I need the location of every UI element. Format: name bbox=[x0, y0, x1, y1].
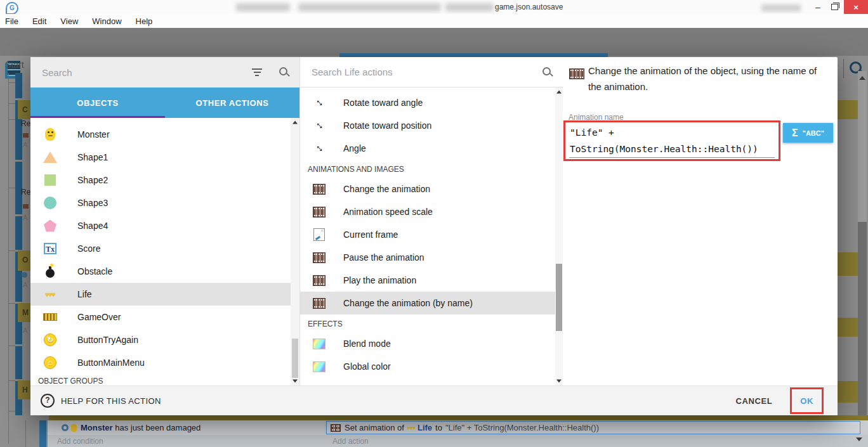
action-list-item[interactable]: Play the animation bbox=[300, 269, 563, 292]
search-icon bbox=[279, 67, 289, 77]
hearts-icon: ♥♥♥ bbox=[46, 291, 55, 298]
action-search-input[interactable] bbox=[310, 66, 542, 78]
scroll-down-icon[interactable] bbox=[556, 380, 562, 383]
add-line-fragment: A bbox=[23, 327, 27, 334]
menu-window[interactable]: Window bbox=[85, 14, 128, 28]
add-action-row[interactable]: Add action bbox=[325, 435, 868, 447]
object-list: Monster Shape1 Shape2 Shape3 Shape4 TxSc… bbox=[30, 118, 299, 385]
event-icon-fragment bbox=[23, 133, 29, 138]
event-tree-tick bbox=[8, 346, 15, 346]
home-button-icon: ⌂ bbox=[44, 356, 56, 369]
scrollbar-thumb[interactable] bbox=[556, 264, 562, 331]
object-groups-header: OBJECT GROUPS bbox=[30, 374, 299, 385]
action-list-item-selected[interactable]: Change the animation (by name) bbox=[300, 292, 563, 314]
gradient-icon bbox=[313, 361, 326, 372]
search-icon bbox=[542, 67, 553, 77]
action-list-item[interactable]: Animation speed scale bbox=[300, 200, 563, 223]
tab-objects[interactable]: OBJECTS bbox=[30, 87, 165, 118]
film-icon bbox=[569, 68, 584, 79]
expression-editor-button[interactable]: Σ "ABC" bbox=[783, 123, 833, 143]
action-list-item[interactable]: Global color bbox=[300, 355, 563, 378]
frame-icon bbox=[313, 228, 325, 241]
close-button[interactable]: × bbox=[844, 0, 868, 14]
action-section-header: EFFECTS bbox=[300, 314, 563, 332]
scroll-up-icon[interactable] bbox=[293, 121, 298, 124]
action-list-item[interactable]: ↕Angle bbox=[300, 137, 563, 160]
action-description: Change the animation of the object, usin… bbox=[588, 63, 818, 94]
rotate-icon: ↕ bbox=[313, 97, 325, 108]
menu-edit[interactable]: Edit bbox=[25, 14, 53, 28]
action-list-item[interactable]: Blend mode bbox=[300, 332, 563, 355]
object-list-item[interactable]: Shape4 bbox=[30, 214, 299, 237]
condition-text: has just been damaged bbox=[113, 423, 201, 432]
action-list-item[interactable]: Change the animation bbox=[300, 178, 563, 200]
circle-icon bbox=[44, 197, 56, 209]
action-mid: to bbox=[435, 423, 442, 432]
event-tree-tick bbox=[8, 411, 15, 411]
add-line-fragment: A bbox=[23, 281, 27, 288]
menu-file[interactable]: File bbox=[0, 14, 25, 28]
menu-view[interactable]: View bbox=[53, 14, 85, 28]
event-row-fragment bbox=[838, 318, 858, 337]
menu-help[interactable]: Help bbox=[129, 14, 160, 28]
object-list-item[interactable]: ⌂ButtonMainMenu bbox=[30, 351, 299, 374]
event-tree-line bbox=[8, 73, 9, 444]
object-list-item-selected[interactable]: ♥♥♥Life bbox=[30, 283, 299, 306]
annotation-box: OK bbox=[790, 387, 824, 414]
action-list-item[interactable]: ↕Rotate toward angle bbox=[300, 91, 563, 114]
field-underline bbox=[569, 157, 775, 158]
event-tree-tick bbox=[8, 380, 15, 381]
dialog-footer: ? HELP FOR THIS ACTION CANCEL OK bbox=[30, 385, 838, 415]
gradient-icon bbox=[313, 339, 326, 349]
triangle-icon bbox=[43, 152, 57, 163]
event-condition-cell[interactable]: Monster has just been damaged bbox=[48, 420, 325, 435]
help-link[interactable]: HELP FOR THIS ACTION bbox=[61, 396, 161, 406]
film-icon bbox=[313, 207, 326, 217]
object-list-item[interactable]: Shape1 bbox=[30, 146, 299, 169]
restore-button[interactable] bbox=[826, 0, 843, 14]
ok-button[interactable]: OK bbox=[800, 396, 813, 406]
event-row-fragment: C bbox=[18, 100, 30, 119]
cancel-button[interactable]: CANCEL bbox=[736, 396, 773, 406]
object-list-item[interactable]: TxScore bbox=[30, 237, 299, 260]
scroll-down-icon[interactable] bbox=[293, 380, 298, 383]
action-list-item[interactable]: Pause the animation bbox=[300, 246, 563, 269]
rotate-icon: ↕ bbox=[313, 120, 325, 131]
sheet-scrollbar-thumb[interactable] bbox=[858, 222, 867, 447]
gdevelop-logo-icon: G bbox=[6, 2, 18, 15]
object-list-scrollbar[interactable] bbox=[291, 118, 299, 385]
object-list-item[interactable]: Obstacle bbox=[30, 260, 299, 283]
add-condition-row[interactable]: Add condition bbox=[48, 435, 334, 447]
action-list-item[interactable]: ↕Rotate toward position bbox=[300, 114, 563, 137]
film-icon bbox=[331, 424, 341, 432]
animation-name-field[interactable]: "Life" + ToString(Monster.Health::Health… bbox=[570, 124, 774, 157]
event-tree-line bbox=[25, 420, 26, 447]
title-bar: G game.json.autosave – × bbox=[0, 0, 868, 15]
minimize-button[interactable]: – bbox=[810, 0, 826, 14]
object-list-item[interactable]: GameOver bbox=[30, 306, 299, 328]
object-list-item[interactable]: Shape2 bbox=[30, 169, 299, 191]
action-search-bar bbox=[300, 57, 563, 87]
action-list-item[interactable]: Current frame bbox=[300, 223, 563, 246]
object-list-item[interactable]: ↻ButtonMainMenuButtonTryAgain bbox=[30, 328, 299, 351]
event-row-fragment: O bbox=[18, 250, 30, 271]
monster-mini-icon bbox=[71, 424, 77, 432]
hearts-mini-icon: ♥♥♥ bbox=[407, 425, 415, 431]
scroll-up-icon[interactable] bbox=[859, 76, 865, 80]
event-row-fragment bbox=[838, 381, 858, 403]
object-search-bar bbox=[30, 57, 299, 87]
filter-icon[interactable] bbox=[251, 67, 263, 78]
scrollbar-thumb[interactable] bbox=[292, 339, 298, 378]
object-list-item[interactable]: Shape3 bbox=[30, 191, 299, 214]
event-row-fragment: M bbox=[18, 303, 30, 322]
event-tree-tick bbox=[8, 188, 15, 188]
action-list-scrollbar[interactable] bbox=[555, 87, 563, 385]
object-search-input[interactable] bbox=[41, 67, 251, 79]
scroll-down-icon[interactable] bbox=[856, 437, 862, 441]
scroll-up-icon[interactable] bbox=[556, 91, 562, 94]
selected-action[interactable]: Set animation of ♥♥♥ Life to "Life" + To… bbox=[326, 421, 860, 434]
selected-event-highlight bbox=[49, 415, 868, 420]
tab-other-actions[interactable]: OTHER ACTIONS bbox=[165, 87, 299, 118]
toolbar-separator bbox=[843, 59, 844, 78]
object-list-item[interactable]: Monster bbox=[30, 123, 299, 146]
